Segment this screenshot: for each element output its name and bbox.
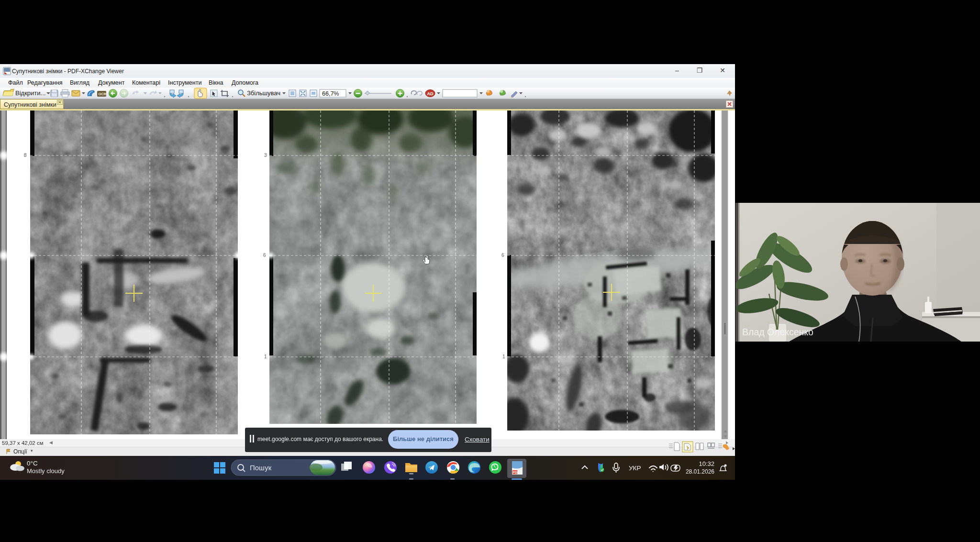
svg-text:Mostly cloudy: Mostly cloudy: [27, 467, 65, 475]
svg-text:66,7%: 66,7%: [322, 90, 339, 97]
svg-text:AD: AD: [427, 91, 434, 96]
svg-text:28.01.2026: 28.01.2026: [686, 468, 714, 475]
svg-text:1: 1: [502, 354, 505, 359]
svg-text:8: 8: [24, 153, 27, 158]
svg-text:Пошук: Пошук: [250, 464, 272, 472]
svg-text:Влад Олексенко: Влад Олексенко: [742, 327, 813, 337]
svg-text:6: 6: [263, 253, 266, 258]
svg-text:6: 6: [501, 253, 504, 258]
svg-text:Збільшувач: Збільшувач: [247, 89, 280, 97]
svg-text:1: 1: [264, 354, 267, 359]
svg-text:Відкрити...: Відкрити...: [15, 89, 45, 97]
svg-text:УКР: УКР: [629, 465, 641, 472]
svg-text:0°C: 0°C: [27, 460, 38, 467]
svg-text:10:32: 10:32: [699, 460, 714, 467]
svg-text:OCR: OCR: [99, 92, 107, 96]
svg-text:PDF: PDF: [513, 471, 519, 474]
svg-text:3: 3: [264, 153, 267, 158]
